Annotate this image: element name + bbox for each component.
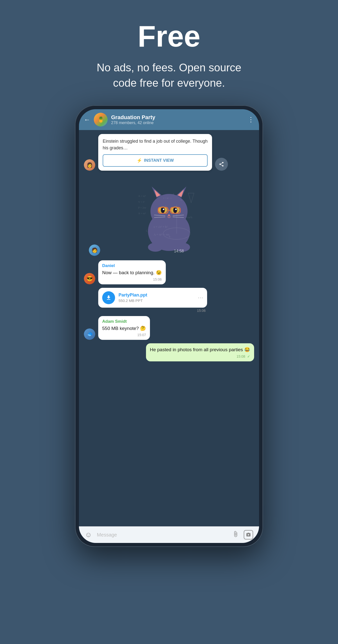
article-bubble: Einstein struggled to find a job out of … (98, 134, 212, 171)
phone-inner: ← 🍍 Graduation Party 278 members, 42 onl… (79, 109, 259, 543)
message-row-daniel: 😎 Daniel Now — back to planning. 😉 15:06 (84, 260, 254, 284)
avatar-daniel: 😎 (84, 273, 95, 284)
message-row-own: He pasted in photos from all previous pa… (84, 343, 254, 362)
read-checkmark: ✓ (247, 354, 250, 358)
own-time: 15:08 ✓ (150, 354, 250, 358)
share-button[interactable] (215, 158, 228, 171)
download-button[interactable] (102, 291, 115, 304)
svg-text:V = l³: V = l³ (138, 200, 145, 203)
group-avatar-img: 🍍 (94, 113, 108, 126)
svg-text:L: L (146, 229, 147, 232)
avatar-adam-img: 🧢 (84, 328, 95, 340)
svg-text:θ: θ (169, 235, 170, 238)
file-size: 550.2 MB PPT (118, 298, 194, 303)
svg-text:s = √r² + h²: s = √r² + h² (154, 225, 168, 228)
sticker-container: A = πr² V = l³ P = 2πr A = πr² t = πr — … (134, 174, 204, 258)
bubble-own: He pasted in photos from all previous pa… (146, 343, 254, 362)
article-text: Einstein struggled to find a job out of … (98, 134, 212, 154)
hero-title: Free (97, 20, 242, 52)
svg-text:h: h (181, 199, 182, 201)
share-icon (219, 162, 224, 167)
daniel-text: Now — back to planning. 😉 (102, 269, 162, 276)
iv-label: INSTANT VIEW (144, 158, 174, 163)
own-text: He pasted in photos from all previous pa… (150, 346, 250, 354)
svg-text:½πr²h: ½πr²h (186, 216, 192, 219)
svg-text:A = πr² + πrs: A = πr² + πrs (154, 233, 169, 236)
svg-text:A = πr²: A = πr² (138, 212, 146, 215)
message-row-adam: 🧢 Adam Smidt 550 MB keynote? 🤔 15:07 (84, 316, 254, 340)
phone-mockup: ← 🍍 Graduation Party 278 members, 42 onl… (75, 105, 263, 547)
adam-text: 550 MB keynote? 🤔 (102, 325, 146, 332)
avatar-adam: 🧢 (84, 328, 95, 340)
svg-text:t = πr —: t = πr — (163, 197, 172, 200)
message-input[interactable]: Message (97, 532, 227, 538)
phone-outer: ← 🍍 Graduation Party 278 members, 42 onl… (75, 105, 263, 547)
lightning-icon: ⚡ (137, 158, 142, 163)
hero-subtitle: No ads, no fees. Open sourcecode free fo… (97, 60, 242, 90)
file-bubble-wrapper: PartyPlan.ppt 550.2 MB PPT ⋯ 15:06 (98, 288, 207, 312)
file-info: PartyPlan.ppt 550.2 MB PPT (118, 292, 194, 303)
chat-header: ← 🍍 Graduation Party 278 members, 42 onl… (79, 109, 259, 130)
avatar-daniel-img: 😎 (84, 273, 95, 284)
bubble-daniel: Daniel Now — back to planning. 😉 15:06 (98, 260, 166, 284)
adam-sender: Adam Smidt (102, 319, 146, 324)
avatar-girl: 👩 (84, 159, 95, 171)
bubble-adam: Adam Smidt 550 MB keynote? 🤔 15:07 (98, 316, 150, 340)
camera-button[interactable] (244, 530, 253, 540)
adam-time: 15:07 (102, 333, 146, 337)
article-bubble-wrapper: Einstein struggled to find a job out of … (98, 134, 212, 171)
hero-section: Free No ads, no fees. Open sourcecode fr… (87, 0, 251, 105)
message-row-article: 👩 Einstein struggled to find a job out o… (84, 134, 254, 171)
file-bubble: PartyPlan.ppt 550.2 MB PPT ⋯ (98, 288, 207, 308)
attach-button[interactable] (232, 531, 239, 539)
download-icon (106, 295, 112, 301)
group-avatar: 🍍 (94, 113, 108, 126)
more-button[interactable]: ⋮ (248, 116, 254, 124)
daniel-time: 15:06 (102, 278, 162, 282)
svg-marker-8 (188, 193, 194, 203)
chat-name: Graduation Party (111, 114, 244, 121)
paperclip-icon (232, 531, 239, 537)
svg-text:s: s (165, 204, 166, 207)
sticker-row: 🧑 A = πr² V = l³ P = 2πr A = πr² t = πr … (84, 174, 254, 258)
message-placeholder: Message (97, 532, 117, 538)
instant-view-button[interactable]: ⚡ INSTANT VIEW (103, 154, 208, 167)
message-row-file: PartyPlan.ppt 550.2 MB PPT ⋯ 15:06 (84, 288, 254, 312)
file-name: PartyPlan.ppt (118, 292, 194, 298)
sticker-time: 14:58 (174, 249, 184, 254)
file-time: 15:06 (98, 308, 207, 312)
avatar-boy1: 🧑 (89, 244, 100, 256)
emoji-button[interactable]: ☺ (85, 531, 92, 539)
daniel-sender: Daniel (102, 263, 162, 268)
camera-icon (246, 532, 251, 537)
file-more-button[interactable]: ⋯ (198, 294, 203, 301)
chat-info: Graduation Party 278 members, 42 online (111, 114, 244, 125)
svg-text:P = 2πr: P = 2πr (138, 206, 146, 209)
math-background: A = πr² V = l³ P = 2πr A = πr² t = πr — … (134, 174, 204, 258)
avatar-boy1-img: 🧑 (89, 244, 100, 256)
avatar-girl-img: 👩 (84, 159, 95, 171)
svg-text:A = πr²: A = πr² (138, 194, 146, 198)
chat-input-bar: ☺ Message (79, 526, 259, 543)
chat-meta: 278 members, 42 online (111, 121, 244, 125)
back-button[interactable]: ← (84, 116, 90, 124)
svg-text:θ: θ (173, 193, 174, 196)
chat-body: 👩 Einstein struggled to find a job out o… (79, 130, 259, 526)
